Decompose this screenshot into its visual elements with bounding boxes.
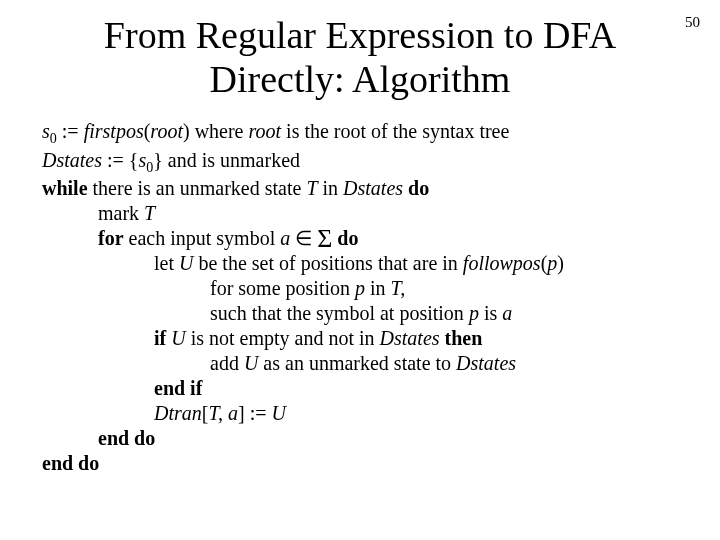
text-such-that: such that the symbol at position <box>210 302 469 324</box>
rparen-2: ) <box>557 252 564 274</box>
text-mark: mark <box>98 202 144 224</box>
text-unmarked: } and is unmarked <box>153 149 300 171</box>
text-in-2: in <box>365 277 391 299</box>
kw-enddo-2: end do <box>42 452 99 474</box>
kw-for: for <box>98 227 124 249</box>
var-root: root <box>150 120 183 142</box>
text-as-unmarked: as an unmarked state to <box>258 352 456 374</box>
var-U-2: U <box>171 327 185 349</box>
var-U-3: U <box>244 352 258 374</box>
text-in: in <box>318 177 344 199</box>
text-be-set: be the set of positions that are in <box>193 252 462 274</box>
algo-line-11: end if <box>42 376 690 401</box>
op-assign: := <box>57 120 84 142</box>
fn-firstpos: firstpos <box>84 120 144 142</box>
var-T-4: T <box>208 402 218 424</box>
var-T: T <box>306 177 317 199</box>
var-a-2: a <box>502 302 512 324</box>
kw-do: do <box>408 177 429 199</box>
page-number: 50 <box>685 14 700 31</box>
algo-line-2: Dstates := {s0} and is unmarked <box>42 148 690 177</box>
var-T-2: T <box>144 202 155 224</box>
kw-then: then <box>445 327 483 349</box>
algo-line-12: Dtran[T, a] := U <box>42 401 690 426</box>
text-let: let <box>154 252 179 274</box>
comma-2: , <box>218 402 228 424</box>
var-dstates-4: Dstates <box>456 352 516 374</box>
var-U-4: U <box>272 402 286 424</box>
slide-title: From Regular Expression to DFA Directly:… <box>70 14 650 101</box>
algo-line-14: end do <box>42 451 690 476</box>
text-for-some: for some position <box>210 277 355 299</box>
op-elem: ∈ <box>290 227 317 249</box>
var-s: s <box>42 120 50 142</box>
algo-line-4: mark T <box>42 201 690 226</box>
text-is-root: is the root of the syntax tree <box>281 120 509 142</box>
var-dstates: Dstates <box>42 149 102 171</box>
algorithm-body: s0 := firstpos(root) where root is the r… <box>42 119 690 476</box>
rbrack-assign: ] := <box>238 402 272 424</box>
var-T-3: T <box>391 277 401 299</box>
kw-while: while <box>42 177 88 199</box>
text-where: where <box>190 120 249 142</box>
algo-line-5: for each input symbol a ∈ Σ do <box>42 226 690 251</box>
rparen: ) <box>183 120 190 142</box>
text-not-empty: is not empty and not in <box>186 327 380 349</box>
var-root-2: root <box>248 120 281 142</box>
fn-followpos: followpos <box>463 252 541 274</box>
text-is: is <box>479 302 502 324</box>
algo-line-3: while there is an unmarked state T in Ds… <box>42 176 690 201</box>
op-assign-set: := { <box>102 149 138 171</box>
text-add: add <box>210 352 244 374</box>
var-p-3: p <box>469 302 479 324</box>
kw-do-2: do <box>337 227 358 249</box>
var-a: a <box>280 227 290 249</box>
kw-enddo: end do <box>98 427 155 449</box>
var-dstates-2: Dstates <box>343 177 403 199</box>
var-p-2: p <box>355 277 365 299</box>
kw-endif: end if <box>154 377 202 399</box>
var-dstates-3: Dstates <box>380 327 440 349</box>
text-each-input: each input symbol <box>124 227 281 249</box>
var-U: U <box>179 252 193 274</box>
var-p: p <box>547 252 557 274</box>
algo-line-7: for some position p in T, <box>42 276 690 301</box>
kw-if: if <box>154 327 166 349</box>
var-dtran: Dtran <box>154 402 202 424</box>
text-while: there is an unmarked state <box>88 177 307 199</box>
algo-line-13: end do <box>42 426 690 451</box>
sym-sigma: Σ <box>317 224 332 253</box>
algo-line-9: if U is not empty and not in Dstates the… <box>42 326 690 351</box>
algo-line-1: s0 := firstpos(root) where root is the r… <box>42 119 690 148</box>
algo-line-6: let U be the set of positions that are i… <box>42 251 690 276</box>
algo-line-8: such that the symbol at position p is a <box>42 301 690 326</box>
comma: , <box>400 277 405 299</box>
sub-0: 0 <box>50 131 57 146</box>
var-a-3: a <box>228 402 238 424</box>
algo-line-10: add U as an unmarked state to Dstates <box>42 351 690 376</box>
